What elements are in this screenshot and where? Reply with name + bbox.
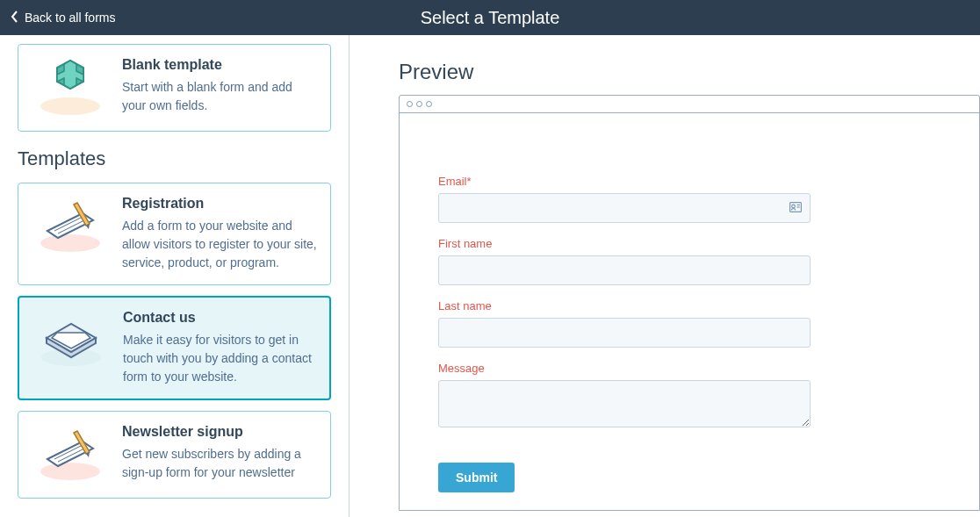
svg-point-13 — [40, 463, 100, 480]
preview-form: Email* — [400, 113, 979, 510]
blank-template-icon — [31, 57, 110, 118]
email-input[interactable] — [438, 193, 811, 223]
first-name-input[interactable] — [438, 255, 811, 285]
preview-heading: Preview — [399, 60, 980, 84]
window-dot-icon — [416, 101, 422, 107]
card-desc: Get new subscribers by adding a sign-up … — [122, 445, 318, 482]
submit-button[interactable]: Submit — [438, 463, 515, 492]
window-dot-icon — [426, 101, 432, 107]
svg-point-20 — [792, 205, 796, 208]
contact-us-icon — [32, 310, 111, 371]
template-card-blank[interactable]: Blank template Start with a blank form a… — [18, 44, 331, 132]
message-label: Message — [438, 362, 940, 375]
svg-point-3 — [40, 234, 100, 252]
template-card-newsletter[interactable]: Newsletter signup Get new subscribers by… — [18, 411, 331, 499]
top-bar: Back to all forms Select a Template — [0, 0, 980, 35]
back-label: Back to all forms — [25, 11, 115, 25]
card-title: Blank template — [122, 57, 318, 73]
card-desc: Make it easy for visitors to get in touc… — [123, 331, 317, 386]
card-title: Newsletter signup — [122, 424, 318, 440]
registration-icon — [31, 196, 110, 257]
contact-card-icon — [789, 200, 802, 216]
preview-browser-toolbar — [400, 96, 979, 113]
last-name-input[interactable] — [438, 318, 811, 348]
page-title: Select a Template — [421, 8, 560, 28]
email-label: Email* — [438, 175, 940, 188]
last-name-label: Last name — [438, 299, 940, 312]
templates-heading: Templates — [18, 147, 331, 170]
chevron-left-icon — [11, 11, 19, 25]
card-title: Contact us — [123, 310, 317, 326]
template-card-contact-us[interactable]: Contact us Make it easy for visitors to … — [18, 296, 331, 400]
newsletter-icon — [31, 424, 110, 485]
card-desc: Add a form to your website and allow vis… — [122, 217, 318, 272]
first-name-label: First name — [438, 237, 940, 250]
card-title: Registration — [122, 196, 318, 212]
window-dot-icon — [407, 101, 413, 107]
card-desc: Start with a blank form and add your own… — [122, 78, 318, 115]
template-card-registration[interactable]: Registration Add a form to your website … — [18, 183, 331, 285]
template-list-column: Blank template Start with a blank form a… — [0, 35, 349, 517]
preview-browser-frame: Email* — [399, 95, 980, 511]
message-textarea[interactable] — [438, 380, 811, 427]
back-to-forms-link[interactable]: Back to all forms — [0, 11, 115, 25]
svg-point-0 — [40, 97, 100, 115]
main-area: Blank template Start with a blank form a… — [0, 35, 980, 517]
preview-column: Preview Email* — [349, 35, 980, 517]
